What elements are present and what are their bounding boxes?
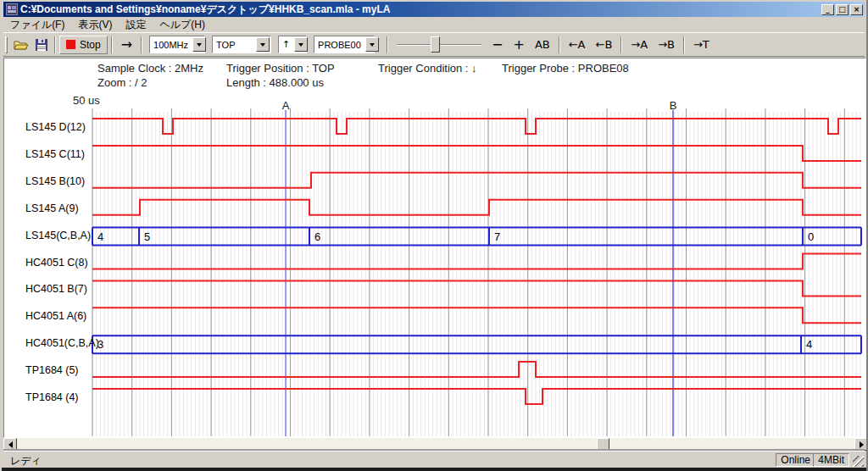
- window-bottom-edge: [2, 468, 868, 471]
- status-memory-badge: 4MBit: [813, 453, 849, 467]
- channel-label: LS145 A(9): [25, 202, 79, 214]
- channel-label: HC4051 A(6): [25, 310, 86, 322]
- status-bar: レディ Online 4MBit: [3, 451, 865, 468]
- bus-value: 7: [494, 230, 500, 243]
- bus-value: 6: [314, 230, 320, 243]
- scrollbar-thumb[interactable]: [597, 438, 609, 451]
- channel-label: TP1684 (4): [25, 391, 79, 403]
- scroll-right-button[interactable]: [854, 438, 868, 451]
- scroll-left-button[interactable]: [3, 438, 17, 451]
- right-arrow-icon: [860, 441, 864, 448]
- channel-label: HC4051(C,B,A): [25, 337, 99, 349]
- channel-label: LS145 C(11): [25, 148, 85, 160]
- status-online-badge: Online: [776, 453, 815, 467]
- resize-grip-icon[interactable]: [853, 456, 864, 467]
- channel-label: LS145(C,B,A): [25, 230, 91, 241]
- channel-label: LS145 B(10): [25, 175, 85, 187]
- channel-label: LS145 D(12): [25, 121, 86, 133]
- horizontal-scrollbar[interactable]: [3, 438, 868, 451]
- left-arrow-icon: [8, 441, 13, 448]
- channel-label: HC4051 C(8): [25, 257, 88, 269]
- bus-value: 4: [806, 338, 812, 351]
- marker-label-a: A: [282, 99, 290, 112]
- app-window: C:¥Documents and Settings¥noname¥デスクトップ¥…: [0, 0, 868, 471]
- channel-label: HC4051 B(7): [25, 283, 87, 295]
- marker-label-b: B: [670, 99, 677, 112]
- bus-value: 0: [808, 230, 814, 243]
- status-ready-text: レディ: [10, 454, 42, 468]
- bus-value: 4: [97, 230, 103, 243]
- waveform-svg: 4567034: [2, 0, 868, 471]
- bus-value: 5: [144, 230, 150, 243]
- channel-label: TP1684 (5): [25, 364, 79, 376]
